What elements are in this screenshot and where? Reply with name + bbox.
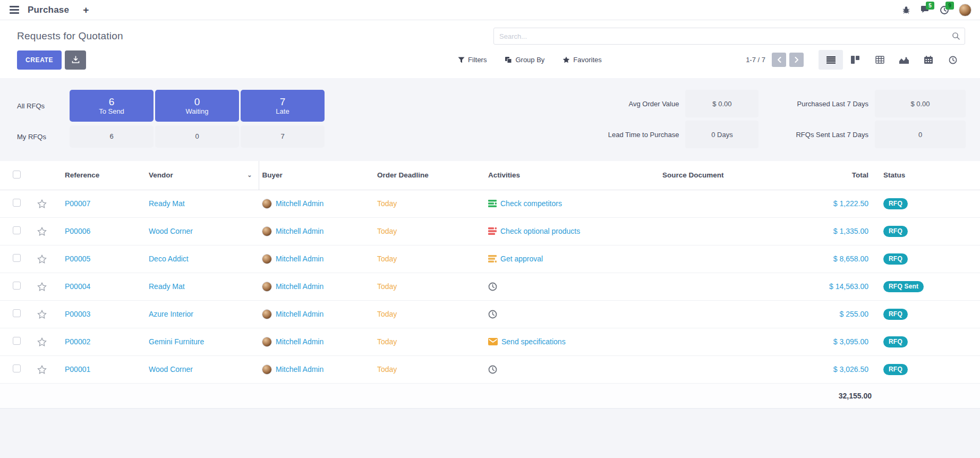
table-row[interactable]: P00001 Wood Corner Mitchell Admin Today … [0, 355, 980, 383]
new-tab-button[interactable]: + [83, 5, 89, 15]
filters-menu[interactable]: Filters [458, 56, 487, 64]
vendor-link[interactable]: Wood Corner [146, 217, 259, 245]
buyer-name[interactable]: Mitchell Admin [276, 365, 323, 374]
avg-order-value-label: Avg Order Value [608, 100, 679, 108]
buyer-avatar [262, 337, 272, 347]
table-footer-row: 32,155.00 [0, 383, 980, 408]
debug-bug-icon[interactable] [902, 6, 910, 14]
favorite-star-icon[interactable] [37, 227, 47, 236]
buyer-avatar [262, 282, 272, 292]
my-rfqs-label: My RFQs [17, 125, 68, 149]
activity-cell[interactable]: Check optional products [488, 227, 656, 235]
list-view-icon[interactable] [819, 50, 843, 70]
pager-next-button[interactable] [789, 53, 804, 67]
rfq-reference-link[interactable]: P00004 [62, 273, 146, 300]
column-header-reference[interactable]: Reference [62, 161, 146, 190]
buyer-name[interactable]: Mitchell Admin [276, 255, 323, 263]
favorite-star-icon[interactable] [37, 310, 47, 319]
table-row[interactable]: P00005 Deco Addict Mitchell Admin Today … [0, 245, 980, 273]
activity-view-icon[interactable] [941, 50, 965, 70]
buyer-name[interactable]: Mitchell Admin [276, 337, 323, 346]
buyer-name[interactable]: Mitchell Admin [276, 310, 323, 318]
total-amount: $ 3,095.00 [819, 328, 872, 355]
column-header-source-document[interactable]: Source Document [659, 161, 819, 190]
rfq-reference-link[interactable]: P00007 [62, 190, 146, 217]
kpi-late-card[interactable]: 7 Late [241, 90, 325, 122]
search-box[interactable] [493, 28, 965, 45]
activity-tasks-green-icon [488, 200, 497, 207]
search-input[interactable] [499, 32, 949, 40]
calendar-view-icon[interactable] [916, 50, 941, 70]
activity-cell[interactable] [488, 282, 656, 291]
table-row[interactable]: P00003 Azure Interior Mitchell Admin Tod… [0, 300, 980, 328]
create-button[interactable]: CREATE [17, 50, 62, 70]
apps-menu-icon[interactable] [8, 4, 20, 16]
favorite-star-icon[interactable] [37, 282, 47, 291]
favorite-star-icon[interactable] [37, 199, 47, 208]
kpi-to-send-card[interactable]: 6 To Send [70, 90, 154, 122]
table-row[interactable]: P00004 Ready Mat Mitchell Admin Today $ … [0, 273, 980, 300]
vendor-link[interactable]: Deco Addict [146, 245, 259, 273]
user-avatar[interactable] [959, 4, 972, 16]
app-name[interactable]: Purchase [28, 5, 69, 15]
row-checkbox[interactable] [13, 282, 21, 290]
source-document [659, 355, 819, 383]
activity-cell[interactable]: Check competitors [488, 199, 656, 208]
vendor-link[interactable]: Ready Mat [146, 190, 259, 217]
kpi-my-waiting-card[interactable]: 0 [155, 125, 239, 148]
total-amount: $ 14,563.00 [819, 273, 872, 300]
activities-clock-icon[interactable]: 9 [940, 5, 949, 15]
export-download-button[interactable] [65, 50, 86, 70]
kpi-my-late-card[interactable]: 7 [241, 125, 325, 148]
row-checkbox[interactable] [13, 364, 21, 372]
select-all-checkbox[interactable] [13, 171, 21, 179]
vendor-link[interactable]: Wood Corner [146, 355, 259, 383]
column-header-order-deadline[interactable]: Order Deadline [374, 161, 485, 190]
vendor-link[interactable]: Azure Interior [146, 300, 259, 328]
activity-cell[interactable]: Get approval [488, 255, 656, 263]
rfq-reference-link[interactable]: P00006 [62, 217, 146, 245]
row-checkbox[interactable] [13, 226, 21, 234]
row-checkbox[interactable] [13, 254, 21, 262]
row-checkbox[interactable] [13, 199, 21, 207]
rfq-reference-link[interactable]: P00003 [62, 300, 146, 328]
messages-icon[interactable]: 5 [920, 5, 930, 14]
kpi-my-to-send-card[interactable]: 6 [70, 125, 154, 148]
favorite-star-icon[interactable] [37, 337, 47, 346]
status-badge: RFQ [883, 226, 908, 237]
table-row[interactable]: P00006 Wood Corner Mitchell Admin Today … [0, 217, 980, 245]
column-header-activities[interactable]: Activities [485, 161, 659, 190]
graph-view-icon[interactable] [892, 50, 916, 70]
group-by-menu[interactable]: Group By [505, 56, 544, 64]
column-header-buyer[interactable]: Buyer [259, 161, 374, 190]
table-row[interactable]: P00002 Gemini Furniture Mitchell Admin T… [0, 328, 980, 355]
search-icon[interactable] [952, 32, 960, 40]
pager-previous-button[interactable] [772, 53, 786, 67]
table-row[interactable]: P00007 Ready Mat Mitchell Admin Today Ch… [0, 190, 980, 217]
favorite-star-icon[interactable] [37, 365, 47, 374]
activity-cell[interactable]: Send specifications [488, 337, 656, 346]
favorite-star-icon[interactable] [37, 255, 47, 264]
vendor-link[interactable]: Ready Mat [146, 273, 259, 300]
row-checkbox[interactable] [13, 309, 21, 317]
favorites-menu[interactable]: Favorites [563, 56, 601, 64]
vendor-link[interactable]: Gemini Furniture [146, 328, 259, 355]
activity-tasks-red-icon [488, 227, 497, 235]
sort-caret-icon: ⌄ [247, 172, 252, 179]
pivot-view-icon[interactable] [867, 50, 892, 70]
buyer-name[interactable]: Mitchell Admin [276, 282, 323, 291]
column-header-total[interactable]: Total [819, 161, 872, 190]
activity-cell[interactable] [488, 365, 656, 374]
kanban-view-icon[interactable] [843, 50, 867, 70]
kpi-waiting-card[interactable]: 0 Waiting [155, 90, 239, 122]
column-header-vendor[interactable]: Vendor⌄ [146, 161, 259, 190]
column-header-status[interactable]: Status [872, 161, 950, 190]
rfq-reference-link[interactable]: P00005 [62, 245, 146, 273]
kpi-to-send-card-label: To Send [99, 107, 124, 115]
rfq-reference-link[interactable]: P00002 [62, 328, 146, 355]
buyer-name[interactable]: Mitchell Admin [276, 199, 323, 208]
row-checkbox[interactable] [13, 337, 21, 345]
activity-cell[interactable] [488, 310, 656, 319]
buyer-name[interactable]: Mitchell Admin [276, 227, 323, 235]
rfq-reference-link[interactable]: P00001 [62, 355, 146, 383]
